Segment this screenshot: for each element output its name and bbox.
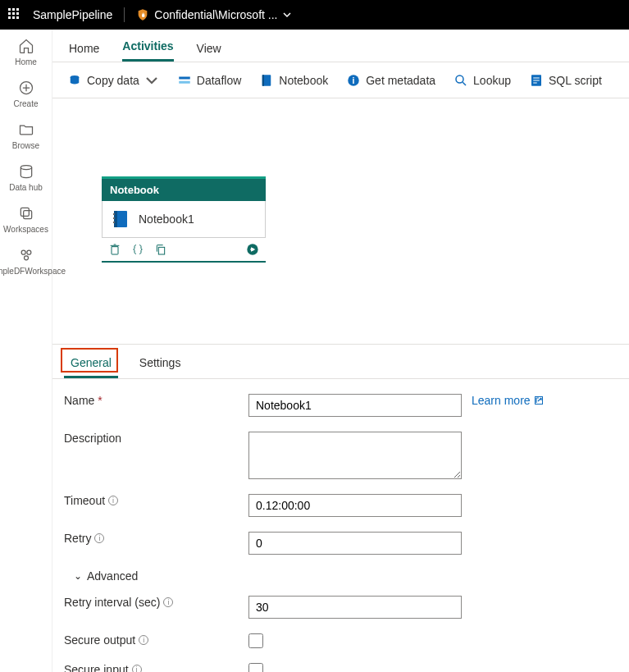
svg-rect-21 [113,217,115,219]
info-icon[interactable]: i [94,533,104,543]
divider [124,7,125,22]
label-timeout: Timeout i [64,494,248,507]
nav-create[interactable]: Create [0,80,52,108]
search-icon [454,73,468,88]
chevron-down-icon: ⌄ [74,570,82,582]
pipeline-title: SamplePipeline [33,8,112,21]
plus-circle-icon [18,80,34,96]
prop-tab-settings[interactable]: Settings [133,353,188,378]
run-icon[interactable] [246,243,259,256]
copy-icon[interactable] [154,243,167,256]
label-secure-input: Secure input i [64,663,248,672]
workspaces-icon [18,205,34,222]
svg-rect-5 [23,211,31,219]
svg-rect-22 [113,222,115,223]
activity-name: Notebook1 [139,213,194,226]
nav-browse[interactable]: Browse [0,121,52,150]
svg-rect-20 [113,213,115,215]
workspace-item-icon [18,247,34,263]
pipeline-canvas[interactable]: Notebook Notebook1 ✓ ✕ → [52,98,629,345]
ribbon-copy-data[interactable]: Copy data [67,73,159,88]
activity-notebook1[interactable]: Notebook Notebook1 [102,176,266,263]
label-description: Description [64,432,248,445]
svg-point-6 [21,250,25,254]
tab-home[interactable]: Home [69,42,99,62]
description-input[interactable] [248,432,462,479]
info-icon[interactable]: i [132,665,142,672]
home-icon [18,38,34,54]
copy-data-icon [67,73,82,88]
sensitivity-selector[interactable]: Confidential\Microsoft ... [136,8,292,21]
activity-body: Notebook1 [102,201,266,238]
prop-tab-general[interactable]: General [64,353,118,378]
sensitivity-label: Confidential\Microsoft ... [154,8,277,21]
folder-icon [18,121,34,138]
titlebar: SamplePipeline Confidential\Microsoft ..… [0,0,629,30]
shield-icon [136,8,149,21]
activity-header: Notebook [102,176,266,201]
svg-rect-11 [179,80,190,83]
nav-workspaces[interactable]: Workspaces [0,205,52,234]
retry-input[interactable] [248,532,462,555]
timeout-input[interactable] [248,494,462,517]
activities-ribbon: Copy data Dataflow Notebook i Get metada… [52,62,629,98]
retry-interval-input[interactable] [248,596,462,619]
label-name: Name * [64,394,248,407]
general-properties-form: Name * Learn more Description Timeout i … [52,379,629,672]
ribbon-lookup[interactable]: Lookup [454,73,511,88]
info-icon[interactable]: i [139,635,148,645]
svg-rect-13 [262,75,264,86]
activity-footer [102,238,266,263]
nav-sample-workspace[interactable]: SampleDFWorkspace [0,247,52,276]
dataflow-icon [177,73,192,88]
notebook-icon [111,209,130,229]
chevron-down-icon [282,10,292,20]
tab-view[interactable]: View [197,42,221,62]
external-link-icon [534,395,544,405]
svg-rect-10 [179,76,190,79]
label-retry: Retry i [64,532,248,545]
ribbon-notebook[interactable]: Notebook [259,73,328,88]
info-icon: i [346,73,361,88]
page-tabs: Home Activities View [52,30,629,62]
nav-home[interactable]: Home [0,38,52,66]
svg-point-3 [21,166,31,170]
svg-point-7 [26,250,30,254]
advanced-toggle[interactable]: ⌄ Advanced [74,569,618,583]
svg-text:i: i [353,75,355,85]
secure-input-checkbox[interactable] [248,663,263,672]
ribbon-sql-script[interactable]: SQL script [529,73,602,88]
braces-icon[interactable] [131,243,144,256]
learn-more-link[interactable]: Learn more [472,394,544,407]
database-icon [18,163,34,180]
info-icon[interactable]: i [163,597,173,607]
sql-icon [529,73,544,88]
tab-activities[interactable]: Activities [122,39,173,62]
secure-output-checkbox[interactable] [248,633,263,648]
svg-rect-23 [158,247,164,254]
ribbon-get-metadata[interactable]: i Get metadata [346,73,435,88]
delete-icon[interactable] [108,243,121,256]
svg-point-16 [456,75,463,83]
label-secure-output: Secure output i [64,633,248,647]
info-icon[interactable]: i [108,496,118,505]
svg-point-8 [24,256,28,260]
left-nav-rail: Home Create Browse Data hub Workspaces S… [0,30,52,672]
property-tabs: General Settings [52,345,629,379]
notebook-icon [259,73,274,88]
main-area: Home Activities View Copy data Dataflow … [52,30,629,672]
app-launcher-icon[interactable] [8,8,21,21]
name-input[interactable] [248,394,462,417]
nav-datahub[interactable]: Data hub [0,163,52,192]
svg-rect-4 [21,208,29,216]
label-retry-interval: Retry interval (sec) i [64,596,248,609]
ribbon-dataflow[interactable]: Dataflow [177,73,241,88]
chevron-down-icon [144,73,159,88]
